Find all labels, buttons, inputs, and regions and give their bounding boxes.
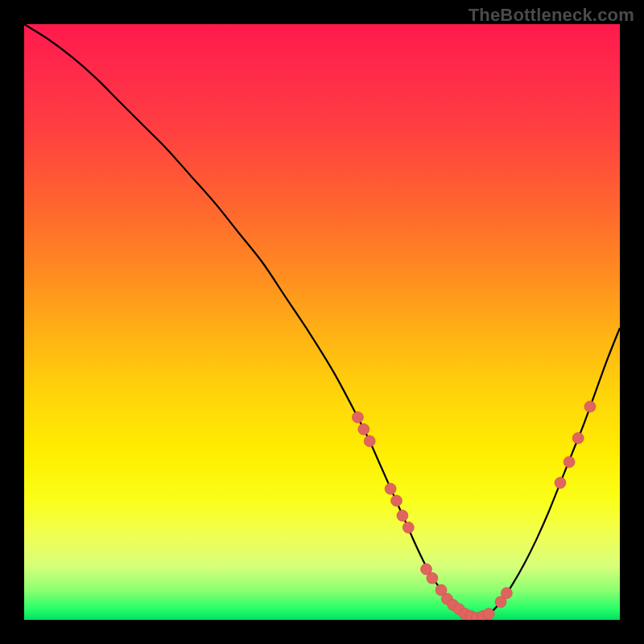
plot-area <box>24 24 620 620</box>
data-marker <box>385 483 396 494</box>
data-marker <box>584 401 596 412</box>
data-marker <box>564 456 575 468</box>
data-marker <box>364 436 375 447</box>
data-marker <box>402 522 414 533</box>
data-marker <box>397 510 408 522</box>
data-marker <box>391 495 402 506</box>
data-marker <box>352 411 363 423</box>
data-markers <box>352 401 596 620</box>
data-marker <box>358 423 369 435</box>
data-marker <box>483 609 494 620</box>
chart-frame: TheBottleneck.com <box>0 0 644 644</box>
data-marker <box>427 572 438 584</box>
bottleneck-curve <box>24 24 620 618</box>
data-marker <box>555 477 566 489</box>
watermark-text: TheBottleneck.com <box>469 5 634 26</box>
chart-svg <box>24 24 620 620</box>
data-marker <box>501 588 512 599</box>
data-marker <box>572 432 584 444</box>
